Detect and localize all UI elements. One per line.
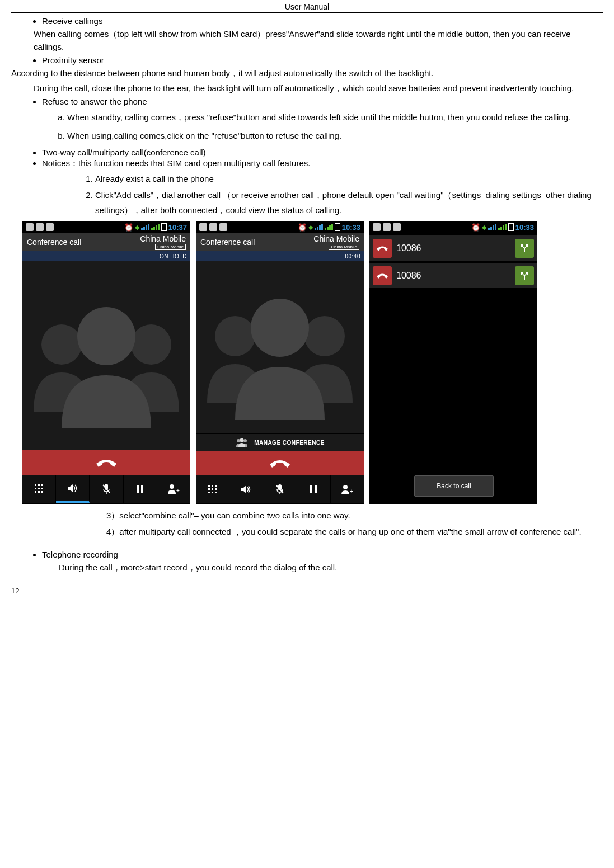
call-status: ON HOLD bbox=[22, 251, 190, 261]
proximity-p2: During the call, close the phone to the … bbox=[11, 82, 603, 95]
svg-point-24 bbox=[240, 438, 244, 442]
svg-point-39 bbox=[343, 485, 348, 489]
notif-icon bbox=[219, 223, 227, 231]
data-icon: ◆ bbox=[308, 224, 313, 231]
alarm-icon: ⏰ bbox=[471, 223, 480, 232]
svg-rect-3 bbox=[35, 484, 36, 486]
page-header: User Manual bbox=[11, 0, 603, 13]
proximity-p1: According to the distance between phone … bbox=[11, 67, 603, 80]
bullet-notices: Notices：this function needs that SIM car… bbox=[42, 158, 603, 169]
hangup-button[interactable] bbox=[22, 450, 190, 475]
page-number: 12 bbox=[0, 582, 614, 597]
signal-2-icon bbox=[498, 224, 507, 230]
svg-rect-28 bbox=[208, 488, 210, 490]
dialpad-button[interactable] bbox=[196, 475, 229, 503]
clock-time: 10:33 bbox=[342, 223, 360, 232]
screenshot-2: ⏰◆ 10:33 Conference call China MobileChi… bbox=[196, 221, 364, 504]
bullet-twoway: Two-way call/multiparty call(conference … bbox=[42, 148, 603, 157]
back-to-call-button[interactable]: Back to call bbox=[414, 475, 494, 497]
svg-point-0 bbox=[41, 324, 82, 365]
battery-icon bbox=[508, 223, 514, 231]
mute-button[interactable] bbox=[263, 475, 297, 503]
add-call-button[interactable]: + bbox=[331, 475, 364, 503]
svg-point-17 bbox=[170, 484, 174, 489]
mute-button[interactable] bbox=[90, 475, 123, 503]
hangup-button[interactable] bbox=[196, 451, 364, 475]
svg-rect-9 bbox=[35, 491, 36, 493]
contact-avatar bbox=[22, 261, 190, 450]
status-bar: ⏰◆ 10:33 bbox=[196, 221, 364, 233]
svg-rect-30 bbox=[215, 488, 217, 490]
dialpad-button[interactable] bbox=[22, 475, 56, 503]
svg-rect-29 bbox=[212, 488, 213, 490]
manage-conference-button[interactable]: MANAGE CONFERENCE bbox=[196, 433, 364, 451]
svg-rect-6 bbox=[35, 488, 36, 489]
notif-icon bbox=[46, 223, 54, 231]
carrier-label: China Mobile bbox=[313, 234, 359, 243]
svg-point-23 bbox=[243, 439, 247, 442]
hold-button[interactable] bbox=[124, 475, 157, 503]
alarm-icon: ⏰ bbox=[124, 223, 133, 232]
svg-rect-8 bbox=[41, 488, 43, 489]
signal-2-icon bbox=[325, 224, 333, 230]
bullet-refuse: Refuse to answer the phone bbox=[42, 97, 603, 106]
battery-icon bbox=[335, 223, 340, 231]
svg-rect-10 bbox=[38, 491, 40, 493]
screenshots-row: ⏰◆ 10:37 Conference call China MobileChi… bbox=[22, 221, 603, 504]
signal-2-icon bbox=[151, 224, 160, 230]
usb-icon bbox=[199, 223, 207, 231]
call-title: Conference call bbox=[27, 238, 81, 247]
call-header: Conference call China MobileChina Mobile bbox=[22, 233, 190, 251]
svg-rect-7 bbox=[38, 488, 40, 489]
usb-icon bbox=[373, 223, 381, 231]
status-bar: ⏰◆ 10:37 bbox=[22, 221, 190, 233]
speaker-button[interactable] bbox=[229, 475, 263, 503]
split-call-2-button[interactable] bbox=[515, 266, 534, 285]
bullet-proximity: Proximity sensor bbox=[42, 55, 603, 65]
svg-rect-25 bbox=[208, 485, 210, 487]
debug-icon bbox=[383, 223, 391, 231]
add-call-button[interactable]: + bbox=[157, 475, 190, 503]
split-call-1-button[interactable] bbox=[515, 239, 534, 258]
end-call-2-button[interactable] bbox=[373, 266, 392, 285]
signal-1-icon bbox=[315, 224, 323, 230]
recording-paragraph: During the call，more>start record，you co… bbox=[59, 562, 603, 574]
carrier-box: China Mobile bbox=[329, 244, 359, 250]
svg-point-1 bbox=[131, 324, 171, 365]
call-2-number: 10086 bbox=[396, 271, 421, 281]
call-header: Conference call China MobileChina Mobile bbox=[196, 233, 364, 251]
svg-rect-26 bbox=[212, 485, 213, 487]
carrier-label: China Mobile bbox=[140, 234, 186, 243]
notice-2: Click"Add calls"，dial another call （or r… bbox=[95, 187, 603, 218]
speaker-button[interactable] bbox=[56, 475, 90, 503]
clock-time: 10:33 bbox=[515, 223, 534, 232]
svg-text:+: + bbox=[350, 488, 353, 494]
bullet-recording: Telephone recording bbox=[42, 550, 603, 559]
step-4: 4）after multiparty call connected ，you c… bbox=[106, 524, 603, 540]
end-call-1-button[interactable] bbox=[373, 239, 392, 258]
svg-rect-15 bbox=[137, 485, 139, 493]
hold-button[interactable] bbox=[297, 475, 331, 503]
signal-1-icon bbox=[141, 224, 149, 230]
svg-rect-33 bbox=[215, 492, 217, 493]
svg-rect-38 bbox=[315, 485, 317, 493]
step-3: 3）select"combine call"– you can combine … bbox=[106, 508, 603, 524]
refuse-a: When standby, calling comes，press "refus… bbox=[67, 110, 603, 125]
receive-paragraph: When calling comes（top left will show fr… bbox=[34, 28, 603, 53]
svg-rect-11 bbox=[41, 491, 43, 493]
screenshot-3: ⏰◆ 10:33 10086 10086 Back to call bbox=[369, 221, 537, 504]
bottom-toolbar: + bbox=[196, 475, 364, 503]
bullet-receive: Receive callings bbox=[42, 16, 603, 26]
notice-1: Already exist a call in the phone bbox=[95, 171, 603, 186]
usb-icon bbox=[26, 223, 34, 231]
screenshot-1: ⏰◆ 10:37 Conference call China MobileChi… bbox=[22, 221, 190, 504]
status-bar: ⏰◆ 10:33 bbox=[369, 221, 537, 233]
battery-icon bbox=[161, 223, 167, 231]
svg-rect-27 bbox=[215, 485, 217, 487]
svg-rect-5 bbox=[41, 484, 43, 486]
bottom-toolbar: + bbox=[22, 475, 190, 503]
svg-text:+: + bbox=[176, 488, 180, 494]
svg-point-20 bbox=[304, 316, 345, 356]
call-row-1: 10086 bbox=[369, 235, 537, 261]
contact-avatar bbox=[196, 261, 364, 433]
